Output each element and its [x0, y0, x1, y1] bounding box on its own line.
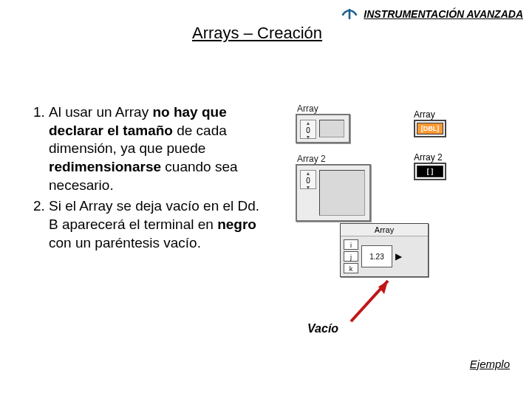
array-widgets: Array 0 Array 2 0 [296, 103, 517, 229]
terminal-dbl-icon: [DBL] [417, 123, 443, 134]
index-stepper-1[interactable]: 0 [300, 120, 316, 139]
chip-numeric[interactable]: 1.23 [361, 245, 392, 267]
list-item-1: Al usar un Array no hay que declarar el … [49, 103, 269, 194]
terminal-icons: Array [DBL] Array 2 [414, 109, 446, 189]
palette-arrow-icon[interactable]: ▶ [395, 251, 402, 262]
terminal-2 [414, 163, 446, 180]
terminal-1: [DBL] [414, 120, 446, 137]
header: INSTRUMENTACIÓN AVANZADA [340, 6, 523, 22]
array-palette[interactable]: Array i j k 1.23 ▶ [340, 223, 429, 277]
array-control-2[interactable]: Array 2 0 [296, 164, 371, 222]
index-stepper-2[interactable]: 0 [300, 170, 316, 189]
palette-title: Array [341, 224, 428, 236]
terminal-label-2: Array 2 [414, 152, 446, 163]
header-title: INSTRUMENTACIÓN AVANZADA [364, 8, 523, 20]
terminal-empty-icon [417, 166, 443, 177]
pointer-arrow-icon [347, 273, 399, 325]
li1-a: Al usar un Array [49, 104, 152, 120]
body-text: Al usar un Array no hay que declarar el … [18, 103, 269, 256]
array-label-1: Array [297, 103, 318, 114]
terminal-label-1: Array [414, 109, 446, 120]
slide-title: Arrays – Creación [192, 24, 322, 43]
vacio-label: Vacío [307, 322, 338, 335]
list-item-2: Si el Array se deja vacío en el Dd. B ap… [49, 197, 269, 252]
svg-marker-2 [378, 281, 388, 294]
chip-i[interactable]: i [344, 239, 358, 250]
array-element-2[interactable] [319, 170, 365, 216]
array-element-1[interactable] [319, 120, 344, 137]
ejemplo-link[interactable]: Ejemplo [470, 358, 510, 370]
chip-k[interactable]: k [344, 263, 358, 273]
array-control-1[interactable]: Array 0 [296, 114, 350, 143]
li1-d: redimensionarse [49, 159, 161, 174]
array-label-2: Array 2 [297, 154, 326, 164]
chip-j[interactable]: j [344, 251, 358, 262]
li2-c: con un paréntesis vacío. [49, 235, 201, 250]
li2-b: negro [217, 216, 256, 232]
logo-icon [340, 6, 359, 22]
